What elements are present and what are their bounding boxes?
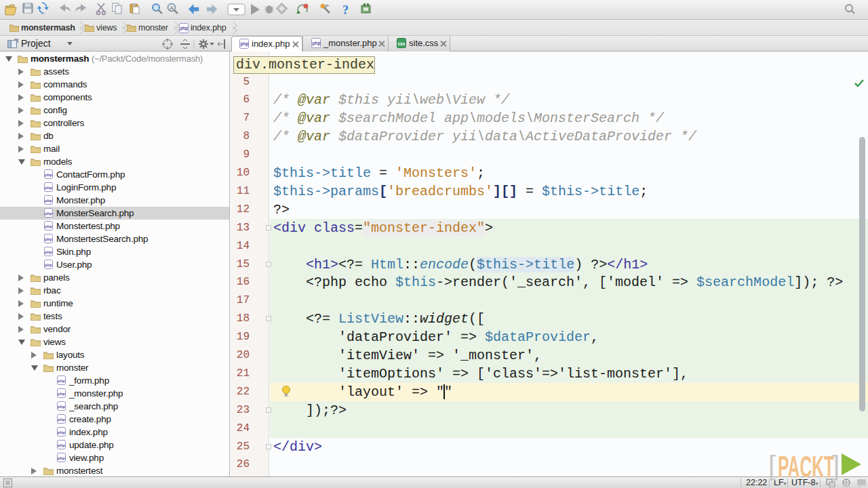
svg-text:php: php <box>45 250 52 254</box>
svg-text:php: php <box>58 379 65 383</box>
svg-text:php: php <box>313 41 321 46</box>
svg-text:php: php <box>58 405 65 409</box>
svg-text:php: php <box>45 211 52 216</box>
svg-text:php: php <box>58 443 65 447</box>
svg-text:php: php <box>45 186 52 190</box>
svg-text:php: php <box>45 199 52 203</box>
svg-text:php: php <box>58 418 65 422</box>
svg-text:css: css <box>398 41 406 46</box>
svg-text:A: A <box>170 5 174 12</box>
svg-text:php: php <box>241 41 249 47</box>
svg-text:php: php <box>58 456 65 460</box>
svg-text:php: php <box>45 263 52 267</box>
svg-text:php: php <box>45 224 52 228</box>
svg-text:?: ? <box>342 3 349 17</box>
svg-text:php: php <box>180 26 189 31</box>
svg-text:php: php <box>45 237 52 241</box>
svg-text:php: php <box>45 173 52 177</box>
svg-text:php: php <box>58 430 65 434</box>
svg-text:php: php <box>58 392 65 396</box>
